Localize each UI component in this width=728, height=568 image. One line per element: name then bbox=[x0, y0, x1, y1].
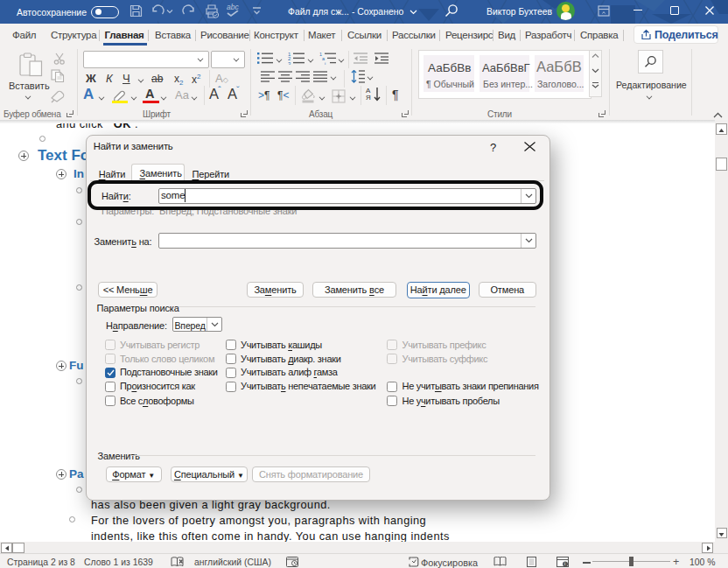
svg-text:i: i bbox=[564, 561, 565, 566]
svg-text:i: i bbox=[325, 61, 326, 66]
svg-text:3: 3 bbox=[288, 61, 291, 66]
